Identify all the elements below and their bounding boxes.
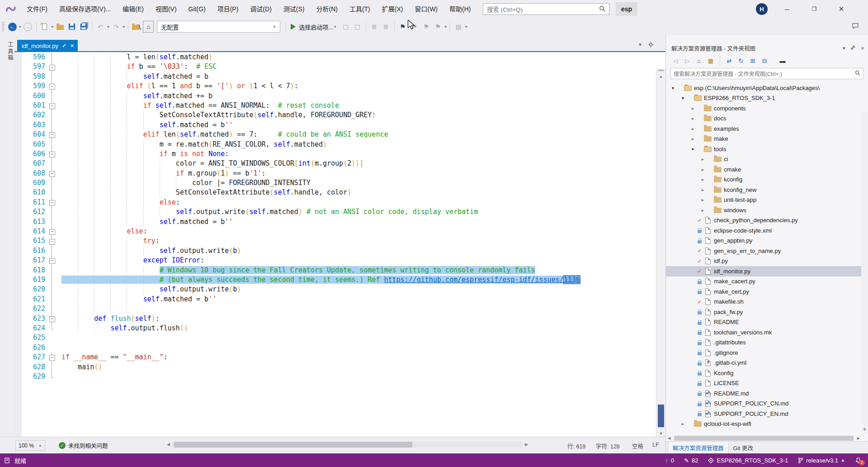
tree-item[interactable]: README [666,317,868,328]
scrollbar-thumb[interactable] [674,436,854,441]
expand-arrow-icon[interactable]: ▸ [679,421,686,426]
pin-icon[interactable] [850,45,855,51]
tab-git-changes[interactable]: Git 更改 [729,442,758,454]
fold-collapse-icon[interactable] [47,81,57,91]
tree-item[interactable]: .gitattributes [666,338,868,348]
code-text[interactable]: elif len(self.matched) == 7: # could be … [57,130,656,139]
close-button[interactable]: ✕ [831,0,852,18]
menu-item[interactable]: 工具(T) [344,0,376,18]
expand-arrow-icon[interactable]: ▸ [699,157,706,162]
undo-caret-icon[interactable]: ▾ [107,24,109,29]
back-caret-icon[interactable]: ▾ [19,24,21,29]
tree-item[interactable]: ▾esp (C:\Users\hmuyin\AppData\Local\Pack… [666,83,868,93]
breakpoint-margin[interactable] [14,91,22,101]
open-folder-button[interactable] [55,21,66,33]
fold-collapse-icon[interactable] [47,236,57,246]
breakpoint-margin[interactable] [14,236,22,246]
breakpoint-margin[interactable] [14,72,22,81]
tree-item[interactable]: ▸unit-test-app [666,195,868,205]
code-line[interactable]: 628 main() [14,362,656,372]
code-text[interactable] [57,372,656,381]
incoming-commits-indicator[interactable]: ↑ 0 [665,457,674,464]
sync-with-active-document-icon[interactable]: ⇄ [724,56,734,66]
expand-arrow-icon[interactable]: ▸ [689,106,696,111]
caret-line-indicator[interactable]: 行: 619 [567,442,585,450]
code-text[interactable]: self.matched = b'' [57,217,656,227]
tree-item[interactable]: ▸docs [666,114,868,124]
scrollbar-thumb[interactable] [174,442,412,448]
breakpoint-margin[interactable] [14,362,22,372]
fold-collapse-icon[interactable] [47,62,57,71]
toolbar-overflow-caret-icon[interactable]: ▾ [465,24,467,29]
branch-indicator[interactable]: release/v3.1 ▲ [798,457,845,464]
breakpoint-margin[interactable] [14,198,22,207]
close-tab-icon[interactable]: ✕ [70,43,74,49]
code-editor[interactable]: 596 l = len(self.matched)597 if b == '\0… [14,52,665,437]
tree-item[interactable]: SUPPORT_POLICY_CN.md [666,399,868,409]
document-tab[interactable]: idf_monitor.py ✕ [17,40,78,52]
code-text[interactable]: else: [57,198,656,207]
code-text[interactable]: # (but always succeeds the second time, … [57,275,656,285]
hot-reload-button[interactable]: ▢ [340,21,351,33]
code-line[interactable]: 609 color |= FOREGROUND_INTENSITY [14,178,656,188]
breakpoint-margin[interactable] [14,217,22,227]
tree-item[interactable]: ✓gen_esp_err_to_name.py [666,246,868,256]
menu-item[interactable]: 高级保存选项(V)... [53,0,117,18]
nest-files-icon[interactable]: ⊞ [748,56,758,66]
breakpoint-margin[interactable] [14,101,22,110]
expand-arrow-icon[interactable]: ▸ [699,197,706,202]
explorer-horizontal-scrollbar[interactable]: ◀ ▶ [667,435,867,441]
code-line[interactable]: 600 self.matched += b [14,91,656,101]
tree-item[interactable]: ▾tools [666,144,868,154]
tree-item[interactable]: LICENSE [666,378,868,389]
save-button[interactable] [66,21,77,33]
tree-item[interactable]: make_cacert.py [666,276,868,287]
tree-item[interactable]: README.md [666,388,868,399]
expand-arrow-icon[interactable]: ▸ [699,167,706,172]
menu-item[interactable]: 分析(N) [310,0,343,18]
code-line[interactable]: 619 # (but always succeeds the second ti… [14,275,656,285]
tree-item[interactable]: pack_fw.py [666,307,868,317]
collapse-all-icon[interactable]: ⊟ [760,56,769,66]
explorer-search-box[interactable]: 搜索解决方案资源管理器 - 文件夹视图(Ctrl+;) [670,68,863,79]
fold-collapse-icon[interactable] [47,101,57,110]
code-text[interactable]: SetConsoleTextAttribute(self.handle, FOR… [57,110,656,120]
tree-item[interactable]: ▸kconfig_new [666,185,868,195]
scroll-left-icon[interactable]: ◀ [668,436,670,440]
minimize-button[interactable]: ─ [777,0,797,18]
menu-item[interactable]: 测试(S) [278,0,311,18]
code-text[interactable]: self.output.write(b) [57,246,656,256]
repository-indicator[interactable]: ESP8266_RTOS_SDK_3-1 [708,457,788,464]
breakpoint-margin[interactable] [14,266,22,275]
scroll-left-icon[interactable]: ◀ [165,441,172,448]
breakpoint-margin[interactable] [14,159,22,168]
code-line[interactable]: 615 try: [14,236,656,246]
code-text[interactable]: self.output.write(self.matched) # not an… [57,207,656,217]
whitespace-indicator[interactable]: 空格 [632,442,643,450]
code-line[interactable]: 605 m = re.match(RE_ANSI_COLOR, self.mat… [14,140,656,149]
redo-button[interactable]: ↷ [111,21,122,33]
expand-arrow-icon[interactable]: ▾ [689,147,696,152]
tab-list-caret-icon[interactable]: ▼ [638,42,642,47]
tree-item[interactable]: make_cert.py [666,286,868,297]
breakpoint-margin[interactable] [14,149,22,159]
tree-item[interactable]: gen_appbin.py [666,236,868,246]
fold-collapse-icon[interactable] [47,314,57,324]
code-line[interactable]: 617 except IOError: [14,256,656,265]
tree-item[interactable]: ▸make [666,134,868,144]
code-line[interactable]: 614 else: [14,227,656,236]
fold-collapse-icon[interactable] [47,198,57,207]
code-line[interactable]: 606 if m is not None: [14,149,656,159]
caret-column-indicator[interactable]: 字符: 128 [596,442,620,450]
tab-solution-explorer[interactable]: 解决方案资源管理器 [668,442,729,454]
code-text[interactable]: except IOError: [57,256,656,265]
document-options-gear-icon[interactable] [648,42,654,48]
expand-arrow-icon[interactable]: ▸ [699,208,706,213]
new-file-caret-icon[interactable]: ▾ [52,24,54,29]
code-text[interactable]: color = ANSI_TO_WINDOWS_COLOR[int(m.grou… [57,159,656,168]
code-line[interactable]: 623 def flush(self): [14,314,656,324]
expand-arrow-icon[interactable]: ▸ [699,187,706,192]
tree-item[interactable]: ▾ESP8266_RTOS_SDK_3-1 [666,93,868,104]
scrollbar-thumb[interactable] [658,405,664,427]
code-line[interactable]: 599 elif (l == 1 and b == '[') or (1 < l… [14,81,656,91]
